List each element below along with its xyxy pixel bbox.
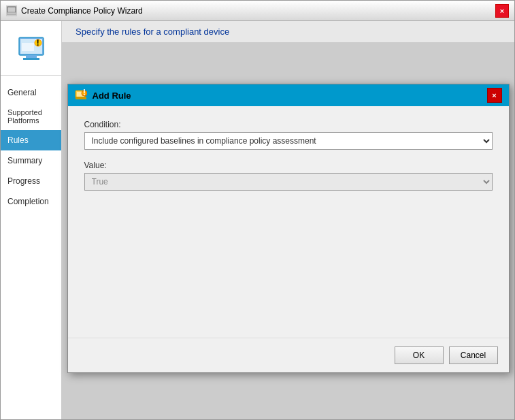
title-bar-left: Create Compliance Policy Wizard <box>6 5 143 16</box>
right-panel: Specify the rules for a compliant device <box>62 21 514 419</box>
dialog-spacer <box>84 201 493 324</box>
svg-rect-1 <box>7 12 16 14</box>
sidebar-item-completion[interactable]: Completion <box>1 191 61 212</box>
sidebar: ! General Supported Platforms Rules Summ… <box>1 21 62 419</box>
svg-rect-5 <box>23 58 39 60</box>
window-icon <box>6 5 17 16</box>
svg-rect-4 <box>26 55 37 58</box>
condition-label: Condition: <box>84 120 493 129</box>
dialog-close-button[interactable]: × <box>487 88 502 103</box>
outer-window: Create Compliance Policy Wizard × ! <box>0 0 515 420</box>
dialog-icon: ! <box>75 89 87 101</box>
sidebar-item-summary[interactable]: Summary <box>1 150 61 171</box>
add-rule-dialog: ! Add Rule × Condition: Include c <box>67 84 510 373</box>
dialog-title-left: ! Add Rule <box>75 89 131 101</box>
svg-text:!: ! <box>82 89 85 97</box>
window-close-button[interactable]: × <box>495 4 509 18</box>
sidebar-item-progress[interactable]: Progress <box>1 171 61 191</box>
sidebar-item-general[interactable]: General <box>1 82 61 103</box>
content-area: ! Add Rule × Condition: Include c <box>62 43 514 419</box>
dialog-title-text: Add Rule <box>93 91 131 101</box>
dialog-overlay: ! Add Rule × Condition: Include c <box>62 43 514 419</box>
dialog-footer: OK Cancel <box>68 338 509 372</box>
sidebar-item-rules[interactable]: Rules <box>1 130 61 150</box>
title-bar: Create Compliance Policy Wizard × <box>1 1 514 21</box>
subheader: Specify the rules for a compliant device <box>62 21 514 43</box>
main-content: ! General Supported Platforms Rules Summ… <box>1 21 514 419</box>
sidebar-header: ! <box>1 21 61 76</box>
svg-text:!: ! <box>36 37 39 47</box>
value-select[interactable]: True <box>84 173 493 191</box>
subtitle-text: Specify the rules for a compliant device <box>76 27 229 37</box>
value-label: Value: <box>84 161 493 170</box>
sidebar-item-supported[interactable]: Supported Platforms <box>1 103 61 130</box>
condition-select[interactable]: Include configured baselines in complian… <box>84 132 493 150</box>
wizard-nav: General Supported Platforms Rules Summar… <box>1 76 61 212</box>
ok-button[interactable]: OK <box>395 346 444 364</box>
dialog-body: Condition: Include configured baselines … <box>68 106 509 338</box>
window-title: Create Compliance Policy Wizard <box>21 6 143 16</box>
dialog-title-bar: ! Add Rule × <box>68 84 509 106</box>
svg-rect-6 <box>22 43 34 51</box>
cancel-button[interactable]: Cancel <box>449 346 498 364</box>
